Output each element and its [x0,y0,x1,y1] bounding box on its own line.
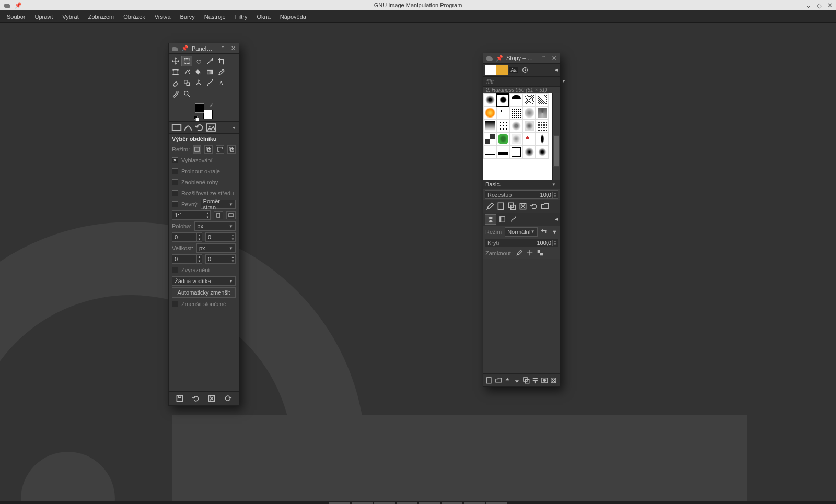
size-h-input[interactable]: ▲▼ [205,254,236,264]
position-y-input[interactable]: ▲▼ [205,232,236,242]
shrink-merged-checkbox[interactable] [172,301,178,307]
position-x-field[interactable] [172,233,196,241]
tool-warp[interactable] [181,67,192,77]
close-button[interactable]: ✕ [827,2,833,9]
size-w-field[interactable] [172,255,196,263]
tab-document-history[interactable] [519,65,531,75]
duplicate-brush-icon[interactable] [507,202,517,211]
mask-icon[interactable] [541,376,549,385]
brush-preset-row[interactable]: Basic. ▼ [483,180,560,189]
tool-unified-transform[interactable] [170,67,181,77]
restore-tool-preset-icon[interactable] [191,394,201,403]
tab-device-status[interactable] [182,123,194,132]
tab-fonts[interactable]: Aa [508,65,519,75]
position-x-input[interactable]: ▲▼ [172,232,202,242]
lock-alpha-icon[interactable] [537,249,544,257]
tab-channels[interactable] [496,214,508,225]
lock-pixels-icon[interactable] [516,249,523,257]
brush-item[interactable] [522,120,536,133]
expand-center-checkbox[interactable] [172,190,178,196]
tab-menu-icon[interactable]: ◂ [555,216,558,222]
tab-images[interactable] [205,123,217,132]
mode-switch-icon[interactable] [541,228,549,236]
tab-undo-history[interactable] [194,123,205,132]
tool-clone[interactable] [181,78,192,88]
size-w-input[interactable]: ▲▼ [172,254,202,264]
brush-item[interactable] [509,133,522,146]
reset-tool-preset-icon[interactable] [223,394,233,403]
brush-item[interactable] [509,93,522,107]
lower-layer-icon[interactable] [513,376,521,385]
layers-list[interactable] [483,259,560,373]
mode-subtract[interactable] [216,145,224,154]
delete-tool-preset-icon[interactable] [207,394,216,403]
minimize-button[interactable]: ⌄ [806,2,811,9]
spacing-spinner[interactable]: ▲▼ [552,192,558,198]
scrollbar-thumb[interactable] [553,135,559,167]
tab-tool-options[interactable] [171,123,182,132]
highlight-checkbox[interactable] [172,267,178,273]
lock-position-icon[interactable] [526,249,533,257]
opacity-slider[interactable]: Krytí 100,0 ▲▼ [485,239,558,248]
menu-soubor[interactable]: Soubor [2,12,30,21]
fixed-checkbox[interactable] [172,201,178,207]
layer-mode-dropdown[interactable]: Normální▼ [505,227,538,237]
maximize-button[interactable]: ◇ [817,2,822,9]
edit-brush-icon[interactable] [485,202,495,211]
color-swatch[interactable]: ⤢ [195,103,213,119]
brush-item[interactable] [496,133,509,146]
tab-paths[interactable] [508,214,519,225]
tab-patterns[interactable] [496,65,508,75]
size-unit-dropdown[interactable]: px▼ [196,243,236,253]
orient-portrait[interactable] [214,211,223,219]
brush-item[interactable] [536,107,549,120]
orient-landscape[interactable] [226,211,236,219]
tab-menu-icon[interactable]: ◂ [555,66,558,73]
open-as-image-icon[interactable] [540,202,550,211]
tool-move[interactable] [170,56,181,66]
brush-item[interactable] [509,120,522,133]
brush-item[interactable] [483,133,496,146]
brush-item[interactable] [522,107,536,120]
brush-item[interactable] [536,133,549,146]
tool-paths[interactable] [204,78,215,88]
brush-scrollbar[interactable] [552,93,560,181]
tab-brushes[interactable] [485,65,496,75]
tool-bucket-fill[interactable] [193,67,204,77]
tool-eraser[interactable] [170,78,181,88]
feather-checkbox[interactable] [172,168,178,174]
brush-item[interactable] [522,93,536,107]
save-tool-preset-icon[interactable] [175,394,184,403]
brush-item[interactable] [483,120,496,133]
chevron-down-icon[interactable]: ▼ [552,229,558,235]
menu-napoveda[interactable]: Nápověda [275,12,311,21]
tool-text[interactable]: A [216,78,227,88]
menu-vrstva[interactable]: Vrstva [150,12,176,21]
menu-filtry[interactable]: Filtry [230,12,252,21]
menu-nastroje[interactable]: Nástroje [200,12,230,21]
position-y-field[interactable] [206,233,230,241]
brush-item[interactable] [522,133,536,146]
brush-item[interactable] [536,146,549,159]
autoshrink-button[interactable]: Automaticky zmenšit [172,287,236,298]
panel-pin-icon[interactable]: 📌 [181,45,189,52]
chevron-down-icon[interactable]: ▼ [560,79,567,84]
position-unit-dropdown[interactable]: px▼ [194,221,236,231]
brush-item[interactable] [496,120,509,133]
tool-zoom[interactable] [181,89,192,99]
panel-shade-icon[interactable]: ⌃ [219,45,226,52]
tool-free-select[interactable] [193,56,204,66]
brush-item[interactable] [483,93,496,107]
swap-colors-icon[interactable]: ⤢ [210,102,214,108]
panel-pin-icon[interactable]: 📌 [496,54,503,62]
menu-barvy[interactable]: Barvy [176,12,200,21]
duplicate-layer-icon[interactable] [522,376,530,385]
delete-layer-icon[interactable] [550,376,558,385]
merge-down-icon[interactable] [531,376,539,385]
tab-menu-icon[interactable]: ◂ [231,125,237,130]
mode-intersect[interactable] [227,145,236,154]
brush-filter-input[interactable] [485,78,560,85]
panel-close-icon[interactable]: ✕ [550,54,558,62]
tool-crop[interactable] [216,56,227,66]
fixed-mode-dropdown[interactable]: Poměr stran▼ [201,200,236,209]
